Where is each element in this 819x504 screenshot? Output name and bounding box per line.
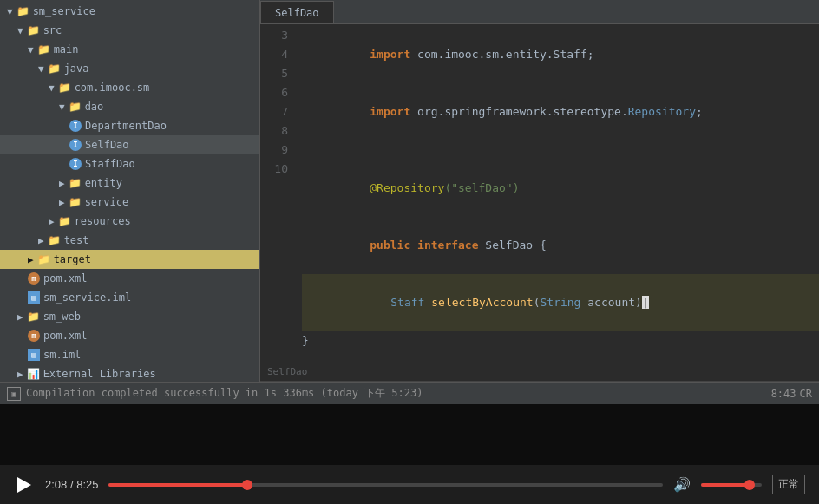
line-num: 5 [260, 64, 288, 83]
tree-item-main[interactable]: ▼ 📁 main [0, 40, 259, 59]
chevron-right-icon: ▶ [49, 216, 55, 227]
tree-item-StaffDao[interactable]: I StaffDao [0, 154, 259, 173]
total-time: 8:25 [76, 478, 98, 491]
tree-item-pom-xml[interactable]: m pom.xml [0, 269, 259, 288]
code-line-10 [302, 350, 819, 363]
play-icon [17, 477, 31, 493]
tree-item-pom-xml2[interactable]: m pom.xml [0, 326, 259, 345]
volume-bar[interactable] [701, 483, 762, 487]
code-line-7: public interface SelfDao { [302, 217, 819, 274]
tree-item-sm_web[interactable]: ▶ 📁 sm_web [0, 307, 259, 326]
folder-icon: 📁 [37, 43, 50, 56]
breadcrumb-bar: SelfDao [260, 363, 819, 382]
play-button[interactable] [14, 475, 35, 495]
iml-icon: ▤ [28, 291, 40, 304]
tree-label: DepartmentDao [85, 120, 167, 132]
interface-badge: I [69, 158, 82, 170]
video-player: 2:08 / 8:25 🔊 正常 [0, 404, 819, 504]
file-tree: ▼ 📁 sm_service ▼ 📁 src ▼ 📁 main ▼ 📁 java… [0, 0, 260, 382]
chevron-down-icon: ▼ [7, 6, 13, 17]
code-line-5 [302, 141, 819, 160]
tree-item-sm-iml[interactable]: ▤ sm.iml [0, 345, 259, 364]
line-num: 3 [260, 26, 288, 45]
tree-label: src [43, 24, 62, 36]
tree-item-java[interactable]: ▼ 📁 java [0, 59, 259, 78]
tree-item-DepartmentDao[interactable]: I DepartmentDao [0, 116, 259, 135]
tree-item-resources[interactable]: ▶ 📁 resources [0, 212, 259, 231]
code-line-3: import com.imooc.sm.entity.Staff; [302, 26, 819, 83]
chevron-down-icon: ▼ [49, 82, 55, 94]
line-num: 4 [260, 45, 288, 64]
volume-thumb [744, 480, 755, 490]
tree-label: target [54, 253, 91, 265]
code-line-9: } [302, 331, 819, 350]
tree-label: sm_web [43, 311, 81, 323]
line-num: 8 [260, 121, 288, 141]
chevron-right-icon: ▶ [38, 235, 44, 246]
maven-badge: m [28, 272, 40, 285]
tree-item-SelfDao[interactable]: I SelfDao [0, 135, 259, 154]
chevron-right-icon: ▶ [59, 197, 65, 208]
tree-label: resources [75, 215, 131, 227]
tab-selfdao[interactable]: SelfDao [260, 1, 334, 23]
interface-badge: I [69, 120, 82, 132]
tree-item-sm_service[interactable]: ▼ 📁 sm_service [0, 2, 259, 21]
folder-icon: 📁 [27, 24, 40, 36]
chevron-down-icon: ▼ [38, 63, 44, 75]
tree-item-external-libs[interactable]: ▶ 📊 External Libraries [0, 364, 259, 382]
tree-item-entity[interactable]: ▶ 📁 entity [0, 173, 259, 193]
code-line-4: import org.springframework.stereotype.Re… [302, 83, 819, 141]
tree-item-service[interactable]: ▶ 📁 service [0, 193, 259, 212]
tree-label: test [64, 234, 89, 246]
tree-item-com_imooc_sm[interactable]: ▼ 📁 com.imooc.sm [0, 78, 259, 97]
tree-label: sm_service [33, 5, 95, 17]
folder-icon: 📁 [58, 215, 71, 227]
tree-label: service [85, 196, 129, 208]
tree-item-target[interactable]: ▶ 📁 target [0, 250, 259, 269]
tree-label: pom.xml [43, 272, 88, 285]
tree-label: pom.xml [43, 330, 88, 342]
tree-label: com.imooc.sm [75, 82, 150, 94]
folder-icon: 📁 [37, 253, 50, 265]
code-area: 3 4 5 6 7 8 9 10 import com.imooc.sm.ent… [260, 24, 819, 363]
status-left: ▣ Compilation completed successfully in … [7, 386, 423, 401]
volume-icon[interactable]: 🔊 [673, 476, 691, 493]
chevron-down-icon: ▼ [59, 101, 65, 113]
folder-icon: 📁 [48, 234, 61, 246]
code-editor: SelfDao 3 4 5 6 7 8 9 10 import com.imoo… [260, 0, 819, 382]
tree-item-src[interactable]: ▼ 📁 src [0, 21, 259, 40]
folder-icon: 📁 [48, 62, 61, 75]
status-message: Compilation completed successfully in 1s… [26, 386, 423, 401]
folder-icon: 📁 [69, 101, 82, 113]
ide-area: ▼ 📁 sm_service ▼ 📁 src ▼ 📁 main ▼ 📁 java… [0, 0, 819, 382]
progress-bar[interactable] [108, 483, 663, 487]
folder-icon: 📁 [27, 311, 40, 323]
video-black-area [0, 404, 819, 465]
line-num: 7 [260, 102, 288, 121]
code-line-8: Staff selectByAccount(String account)| [302, 274, 819, 331]
time-display: 2:08 / 8:25 [45, 478, 98, 491]
chevron-down-icon: ▼ [28, 44, 34, 56]
line-numbers: 3 4 5 6 7 8 9 10 [260, 24, 295, 363]
tree-item-dao[interactable]: ▼ 📁 dao [0, 97, 259, 116]
status-cr: CR [800, 388, 812, 400]
iml-icon: ▤ [28, 349, 40, 361]
tree-label: java [64, 62, 89, 75]
player-controls: 2:08 / 8:25 🔊 正常 [0, 465, 819, 504]
tree-item-sm_service-iml[interactable]: ▤ sm_service.iml [0, 288, 259, 307]
breadcrumb: SelfDao [267, 366, 307, 377]
chevron-down-icon: ▼ [17, 25, 23, 36]
folder-icon: 📊 [27, 368, 40, 380]
folder-icon: 📁 [69, 177, 82, 189]
chevron-right-icon: ▶ [17, 311, 23, 323]
status-time: 8:43 [771, 388, 796, 400]
volume-fill [701, 483, 750, 487]
code-content[interactable]: import com.imooc.sm.entity.Staff; import… [295, 24, 819, 363]
line-num: 10 [260, 160, 288, 179]
progress-thumb [242, 480, 252, 490]
tree-item-test[interactable]: ▶ 📁 test [0, 231, 259, 250]
chevron-right-icon: ▶ [28, 254, 34, 265]
quality-button[interactable]: 正常 [772, 475, 805, 494]
chevron-right-icon: ▶ [59, 178, 65, 189]
current-time: 2:08 [45, 478, 67, 491]
